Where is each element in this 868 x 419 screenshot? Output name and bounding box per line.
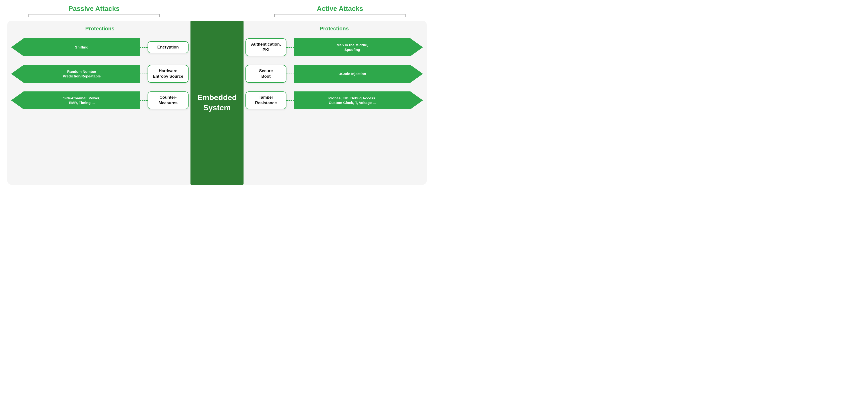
sniffing-label: Sniffing bbox=[73, 45, 90, 50]
passive-attacks-label: Passive Attacks bbox=[68, 5, 120, 12]
active-attacks-label: Active Attacks bbox=[317, 5, 363, 12]
entropy-label: Hardware Entropy Source bbox=[153, 68, 184, 79]
passive-row-1: Sniffing Encryption bbox=[11, 35, 189, 59]
ucode-label: UCode Injection bbox=[337, 71, 368, 76]
arrow-body: Sniffing bbox=[24, 38, 140, 56]
passive-row-3: Side-Channel: Power, EMR, Timing ... Cou… bbox=[11, 88, 189, 112]
arrow-body-a1: Men in the Middle, Spoofing bbox=[294, 38, 410, 56]
active-protections-label: Protections bbox=[319, 26, 349, 32]
arrow-head-a1 bbox=[410, 38, 423, 56]
active-rows: Authentication, PKI Men in the Middle, S… bbox=[245, 35, 423, 112]
dotted-connector-a2 bbox=[286, 73, 294, 74]
entropy-box: Hardware Entropy Source bbox=[148, 65, 189, 83]
active-row-2: Secure Boot UCode Injection bbox=[245, 62, 423, 86]
countermeasures-box: Counter- Measures bbox=[148, 91, 189, 109]
sidechannel-arrow: Side-Channel: Power, EMR, Timing ... bbox=[11, 91, 140, 109]
auth-box: Authentication, PKI bbox=[245, 38, 286, 56]
mitm-label: Men in the Middle, Spoofing bbox=[335, 43, 370, 52]
dotted-connector-3 bbox=[140, 100, 148, 101]
passive-protections-label: Protections bbox=[85, 26, 114, 32]
sidechannel-label: Side-Channel: Power, EMR, Timing ... bbox=[61, 96, 102, 105]
arrow-body-2: Random Number Prediction/Repeatable bbox=[24, 65, 140, 83]
tamper-label: Tamper Resistance bbox=[255, 95, 277, 105]
passive-panel: Protections Sniffing Encryption bbox=[7, 21, 192, 185]
arrow-body-a2: UCode Injection bbox=[294, 65, 410, 83]
center-column: Embedded System bbox=[190, 21, 244, 185]
active-panel: Protections Authentication, PKI Men in t… bbox=[242, 21, 427, 185]
probes-label: Probes, FIB, Debug Access, Custom Clock,… bbox=[327, 96, 378, 105]
countermeasures-label: Counter- Measures bbox=[159, 95, 178, 105]
active-row-3: Tamper Resistance Probes, FIB, Debug Acc… bbox=[245, 88, 423, 112]
auth-label: Authentication, PKI bbox=[251, 42, 281, 52]
arrow-head-a3 bbox=[410, 91, 423, 109]
secureboot-box: Secure Boot bbox=[245, 65, 286, 83]
arrow-head-2 bbox=[11, 65, 24, 83]
random-label: Random Number Prediction/Repeatable bbox=[61, 69, 103, 79]
passive-rows: Sniffing Encryption Random Number Predic… bbox=[11, 35, 189, 112]
arrow-head bbox=[11, 38, 24, 56]
embedded-system-label: Embedded System bbox=[197, 93, 237, 113]
passive-row-2: Random Number Prediction/Repeatable Hard… bbox=[11, 62, 189, 86]
random-arrow: Random Number Prediction/Repeatable bbox=[11, 65, 140, 83]
sniffing-arrow: Sniffing bbox=[11, 38, 140, 56]
encryption-label: Encryption bbox=[157, 45, 179, 50]
page: Passive Attacks Active Attacks Protectio… bbox=[0, 0, 434, 210]
tamper-box: Tamper Resistance bbox=[245, 91, 286, 109]
dotted-connector-2 bbox=[140, 73, 148, 74]
probes-arrow: Probes, FIB, Debug Access, Custom Clock,… bbox=[294, 91, 423, 109]
arrow-body-a3: Probes, FIB, Debug Access, Custom Clock,… bbox=[294, 91, 410, 109]
mitm-arrow: Men in the Middle, Spoofing bbox=[294, 38, 423, 56]
ucode-arrow: UCode Injection bbox=[294, 65, 423, 83]
dotted-connector-a3 bbox=[286, 100, 294, 101]
active-row-1: Authentication, PKI Men in the Middle, S… bbox=[245, 35, 423, 59]
dotted-connector-a1 bbox=[286, 47, 294, 48]
secureboot-label: Secure Boot bbox=[259, 68, 273, 79]
dotted-connector-1 bbox=[140, 47, 148, 48]
encryption-box: Encryption bbox=[148, 41, 189, 54]
arrow-head-3 bbox=[11, 91, 24, 109]
arrow-head-a2 bbox=[410, 65, 423, 83]
arrow-body-3: Side-Channel: Power, EMR, Timing ... bbox=[24, 91, 140, 109]
